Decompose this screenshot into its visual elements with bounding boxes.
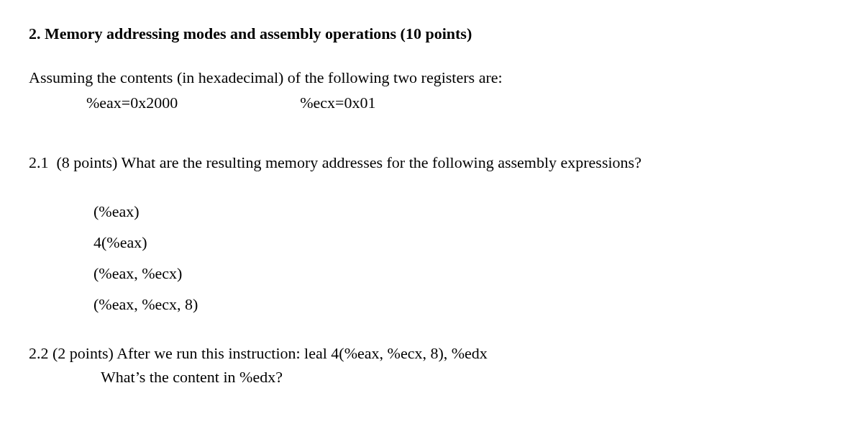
register-ecx: %ecx=0x01 <box>300 91 375 114</box>
expression-item: 4(%eax) <box>93 230 839 254</box>
question-2-2: 2.2 (2 points) After we run this instruc… <box>29 341 839 389</box>
q22-line2: What’s the content in %edx? <box>101 365 839 389</box>
register-eax: %eax=0x2000 <box>86 91 178 114</box>
q21-prompt: What are the resulting memory addresses … <box>122 153 641 171</box>
expression-item: (%eax, %ecx, 8) <box>93 292 839 316</box>
expression-item: (%eax, %ecx) <box>93 261 839 285</box>
q21-points: (8 points) <box>57 153 118 171</box>
question-title: 2. Memory addressing modes and assembly … <box>29 22 839 45</box>
register-values: %eax=0x2000%ecx=0x01 <box>86 91 839 114</box>
expression-item: (%eax) <box>93 199 839 223</box>
q21-label: 2.1 <box>29 153 49 171</box>
q22-line1: 2.2 (2 points) After we run this instruc… <box>29 341 839 365</box>
intro-text: Assuming the contents (in hexadecimal) o… <box>29 66 839 89</box>
question-2-1: 2.1 (8 points) What are the resulting me… <box>29 150 839 174</box>
expression-list: (%eax) 4(%eax) (%eax, %ecx) (%eax, %ecx,… <box>93 199 839 316</box>
